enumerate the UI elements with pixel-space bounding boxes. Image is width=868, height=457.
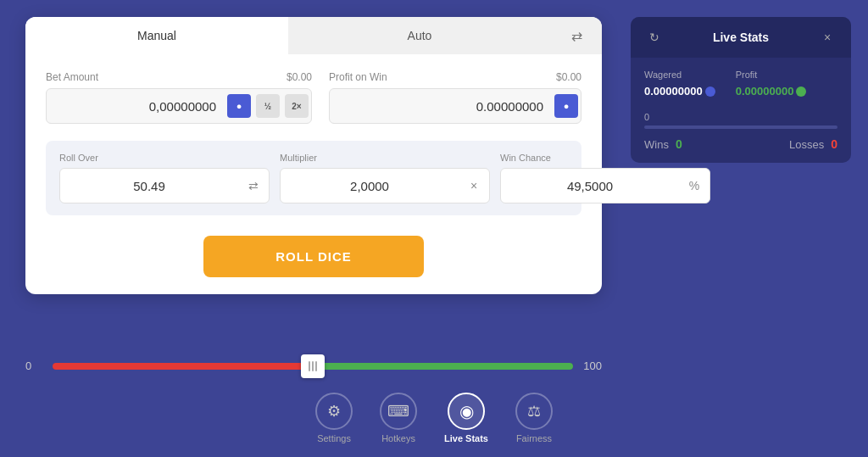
bet-half-btn[interactable]: ½ bbox=[256, 94, 280, 118]
multiplier-label: Multiplier bbox=[280, 153, 490, 163]
progress-bar-track bbox=[644, 125, 837, 129]
live-stats-body: Wagered 0.00000000 Profit 0.00000000 0 bbox=[631, 58, 851, 163]
roll-over-field: Roll Over ⇄ bbox=[59, 153, 270, 203]
wagered-coin-icon bbox=[705, 86, 715, 97]
livestats-icon-circle: ◉ bbox=[448, 393, 485, 430]
multiplier-clear-btn[interactable]: × bbox=[459, 169, 489, 203]
slider-max-label: 100 bbox=[583, 359, 602, 372]
wagered-value: 0.00000000 bbox=[644, 85, 715, 98]
tab-extra-icon[interactable]: ⇄ bbox=[551, 17, 602, 54]
profit-value-display: $0.00 bbox=[556, 71, 581, 83]
slider-track[interactable] bbox=[53, 363, 573, 370]
slider-area: 0 100 bbox=[25, 359, 602, 372]
profit-input-group: ● bbox=[329, 88, 581, 124]
multiplier-field: Multiplier × bbox=[280, 153, 490, 203]
profit-on-win-label: Profit on Win bbox=[329, 71, 387, 83]
tab-bar: Manual Auto ⇄ bbox=[25, 17, 602, 54]
bet-currency-btn[interactable]: ● bbox=[227, 94, 251, 118]
profit-input[interactable] bbox=[330, 99, 552, 114]
slider-green-zone bbox=[318, 363, 573, 370]
slider-line-1 bbox=[309, 361, 310, 371]
roll-dice-button[interactable]: ROLL DICE bbox=[203, 236, 424, 277]
progress-number: 0 bbox=[644, 112, 837, 122]
profit-coin-icon bbox=[796, 86, 806, 97]
live-stats-progress-area: 0 bbox=[644, 112, 837, 129]
roll-over-swap-btn[interactable]: ⇄ bbox=[238, 169, 269, 203]
wins-losses-row: Wins 0 Losses 0 bbox=[644, 137, 837, 151]
bet-input-group: ● ½ 2× bbox=[46, 88, 312, 124]
slider-thumb-lines bbox=[309, 361, 317, 371]
wins-label: Wins bbox=[644, 138, 669, 151]
roll-inner: Roll Over ⇄ Multiplier × Win Chance bbox=[59, 153, 568, 203]
live-stats-header: ↻ Live Stats × bbox=[631, 17, 851, 58]
fairness-icon: ⚖ bbox=[527, 402, 541, 421]
nav-item-settings[interactable]: ⚙ Settings bbox=[315, 393, 353, 443]
slider-thumb[interactable] bbox=[301, 354, 325, 378]
live-stats-refresh-btn[interactable]: ↻ bbox=[644, 27, 665, 47]
bet-section: Bet Amount $0.00 ● ½ 2× bbox=[46, 71, 312, 124]
live-stats-panel: ↻ Live Stats × Wagered 0.00000000 Profit… bbox=[631, 17, 851, 163]
live-stats-wager-profit-row: Wagered 0.00000000 Profit 0.00000000 bbox=[644, 70, 837, 98]
hotkeys-nav-label: Hotkeys bbox=[381, 433, 415, 443]
slider-red-zone bbox=[53, 363, 313, 370]
shuffle-icon: ⇄ bbox=[571, 28, 582, 44]
multiplier-input[interactable] bbox=[281, 179, 459, 193]
multiplier-input-group: × bbox=[280, 168, 490, 203]
tab-manual[interactable]: Manual bbox=[25, 17, 288, 54]
win-chance-input[interactable] bbox=[501, 179, 679, 193]
wagered-col: Wagered 0.00000000 bbox=[644, 70, 715, 98]
live-stats-close-btn[interactable]: × bbox=[817, 27, 837, 47]
hotkeys-icon: ⌨ bbox=[387, 402, 409, 421]
slider-line-2 bbox=[312, 361, 314, 371]
settings-icon: ⚙ bbox=[327, 402, 341, 421]
profit-section: Profit on Win $0.00 ● bbox=[329, 71, 581, 124]
fairness-icon-circle: ⚖ bbox=[515, 393, 553, 430]
tab-auto[interactable]: Auto bbox=[288, 17, 551, 54]
settings-nav-label: Settings bbox=[317, 433, 351, 443]
roll-over-label: Roll Over bbox=[59, 153, 270, 163]
roll-section: Roll Over ⇄ Multiplier × Win Chance bbox=[46, 141, 581, 215]
losses-item: Losses 0 bbox=[789, 137, 837, 151]
profit-currency-btn[interactable]: ● bbox=[554, 94, 578, 118]
form-area: Bet Amount $0.00 ● ½ 2× Profit on Win $0… bbox=[25, 71, 602, 277]
nav-item-livestats[interactable]: ◉ Live Stats bbox=[444, 393, 488, 443]
profit-label-row: Profit on Win $0.00 bbox=[329, 71, 581, 83]
roll-over-input[interactable] bbox=[60, 179, 238, 193]
profit-col-label: Profit bbox=[736, 70, 807, 80]
live-stats-title: Live Stats bbox=[665, 31, 817, 44]
bottom-nav: ⚙ Settings ⌨ Hotkeys ◉ Live Stats ⚖ Fair… bbox=[315, 393, 553, 443]
losses-label: Losses bbox=[789, 138, 824, 151]
losses-value: 0 bbox=[831, 137, 837, 151]
win-chance-input-group: % bbox=[500, 168, 710, 203]
slider-min-label: 0 bbox=[25, 359, 42, 372]
win-chance-percent-btn: % bbox=[679, 169, 709, 203]
roll-over-input-group: ⇄ bbox=[59, 168, 270, 203]
fairness-nav-label: Fairness bbox=[516, 433, 552, 443]
bet-amount-value: $0.00 bbox=[287, 71, 312, 83]
bet-amount-label: Bet Amount bbox=[46, 71, 98, 83]
livestats-nav-label: Live Stats bbox=[444, 433, 488, 443]
nav-item-fairness[interactable]: ⚖ Fairness bbox=[515, 393, 553, 443]
wins-item: Wins 0 bbox=[644, 137, 682, 151]
bet-amount-input[interactable] bbox=[47, 99, 225, 114]
hotkeys-icon-circle: ⌨ bbox=[380, 393, 417, 430]
main-card: Manual Auto ⇄ Bet Amount $0.00 ● ½ 2× bbox=[25, 17, 602, 294]
bet-label-row: Bet Amount $0.00 bbox=[46, 71, 312, 83]
profit-col-value: 0.00000000 bbox=[736, 85, 807, 98]
nav-item-hotkeys[interactable]: ⌨ Hotkeys bbox=[380, 393, 417, 443]
bet-profit-row: Bet Amount $0.00 ● ½ 2× Profit on Win $0… bbox=[46, 71, 581, 124]
slider-line-3 bbox=[315, 361, 317, 371]
settings-icon-circle: ⚙ bbox=[315, 393, 353, 430]
livestats-icon: ◉ bbox=[459, 401, 474, 421]
wagered-label: Wagered bbox=[644, 70, 715, 80]
wins-value: 0 bbox=[676, 137, 682, 151]
profit-col: Profit 0.00000000 bbox=[736, 70, 807, 98]
bet-double-btn[interactable]: 2× bbox=[285, 94, 309, 118]
